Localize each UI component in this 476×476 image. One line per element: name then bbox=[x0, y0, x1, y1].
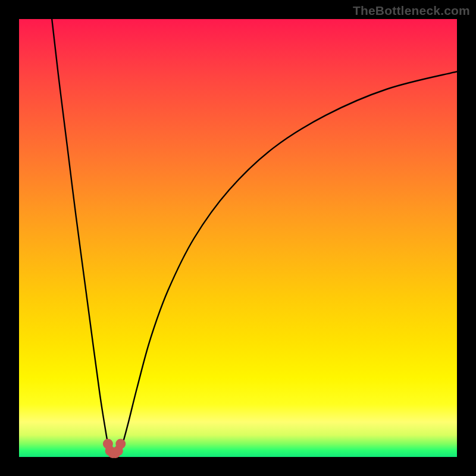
plot-area bbox=[19, 19, 457, 457]
attribution-text: TheBottleneck.com bbox=[353, 4, 470, 18]
curve-layer bbox=[19, 19, 457, 457]
valley-markers bbox=[103, 439, 126, 458]
valley-marker bbox=[115, 439, 126, 449]
curve-left-branch bbox=[52, 19, 110, 450]
curve-right-branch bbox=[121, 71, 457, 450]
chart-frame: TheBottleneck.com bbox=[0, 0, 476, 476]
